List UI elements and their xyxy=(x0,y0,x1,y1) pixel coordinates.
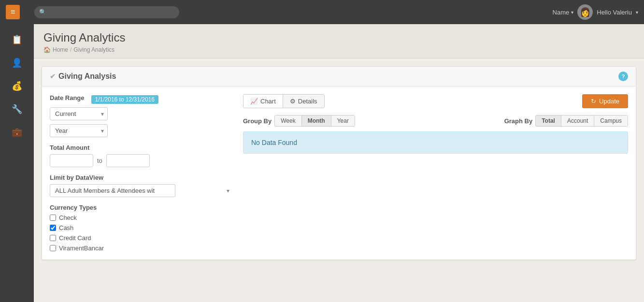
date-range-badge: 1/1/2016 to 12/31/2016 xyxy=(91,95,158,104)
settings-icon: 🔧 xyxy=(12,104,22,115)
card-header: ✔ Giving Analysis ? xyxy=(42,67,636,86)
amount-from-input[interactable] xyxy=(50,154,93,167)
currency-checkbox-group: Check Cash Credit Card ViramentBanc xyxy=(50,214,233,252)
graph-account-button[interactable]: Account xyxy=(561,115,594,126)
top-toolbar: 📈 Chart ⚙ Details ↻ Update xyxy=(243,94,628,108)
avatar-icon: 👩 xyxy=(580,7,590,17)
cash-label: Cash xyxy=(59,224,73,231)
graph-campus-button[interactable]: Campus xyxy=(594,115,628,126)
date-range-label: Date Range xyxy=(50,94,85,101)
finance-icon: 💰 xyxy=(12,81,22,91)
currency-virement-row[interactable]: ViramentBancar xyxy=(50,244,233,252)
card-title-text: Giving Analysis xyxy=(58,72,116,81)
navbar: ≡ Name ▾ 👩 Hello Valeriu ▾ xyxy=(0,0,644,24)
date-range-row: Date Range 1/1/2016 to 12/31/2016 xyxy=(50,94,233,104)
check-icon: ✔ xyxy=(50,72,56,80)
name-dropdown[interactable]: Name ▾ xyxy=(553,9,574,16)
page-title: Giving Analytics xyxy=(43,31,634,44)
limit-dataview-label: Limit by DataView xyxy=(50,174,233,181)
person-icon: 👤 xyxy=(12,58,22,68)
name-label: Name xyxy=(553,9,570,16)
sidebar-item-notes[interactable]: 📋 xyxy=(5,29,29,50)
breadcrumb: 🏠 Home / Giving Analytics xyxy=(43,46,634,53)
breadcrumb-home-link[interactable]: Home xyxy=(53,46,68,53)
update-label: Update xyxy=(599,98,619,105)
right-panel: 📈 Chart ⚙ Details ↻ Update xyxy=(243,94,628,252)
left-panel: Date Range 1/1/2016 to 12/31/2016 Curren… xyxy=(50,94,233,252)
giving-analysis-card: ✔ Giving Analysis ? Date Range 1/1/2016 … xyxy=(42,66,636,260)
update-icon: ↻ xyxy=(591,98,596,105)
page-header: Giving Analytics 🏠 Home / Giving Analyti… xyxy=(34,24,644,58)
currency-credit-row[interactable]: Credit Card xyxy=(50,234,233,242)
period-select[interactable]: Current Previous Date Range xyxy=(50,107,108,120)
menu-toggle-button[interactable]: ≡ xyxy=(6,5,20,19)
sidebar-item-person[interactable]: 👤 xyxy=(5,52,29,73)
credit-card-checkbox[interactable] xyxy=(50,235,56,241)
group-by-btn-group: Week Month Year xyxy=(274,115,355,127)
card-body: Date Range 1/1/2016 to 12/31/2016 Curren… xyxy=(42,86,636,259)
group-by-section: Group By Week Month Year xyxy=(243,115,355,127)
search-bar xyxy=(34,6,324,18)
chart-tab-button[interactable]: 📈 Chart xyxy=(243,95,283,108)
group-year-button[interactable]: Year xyxy=(331,115,355,126)
no-data-message: No Data Found xyxy=(251,139,297,146)
card-title: ✔ Giving Analysis xyxy=(50,72,116,81)
user-chevron-icon: ▾ xyxy=(636,10,638,15)
navbar-right: Name ▾ 👩 Hello Valeriu ▾ xyxy=(553,4,638,20)
group-month-button[interactable]: Month xyxy=(302,115,331,126)
check-checkbox[interactable] xyxy=(50,215,56,221)
currency-types-label: Currency Types xyxy=(50,204,233,211)
sidebar-item-settings[interactable]: 🔧 xyxy=(5,99,29,120)
update-button[interactable]: ↻ Update xyxy=(582,94,628,108)
group-by-label: Group By xyxy=(243,117,272,125)
check-label: Check xyxy=(59,214,77,221)
group-week-button[interactable]: Week xyxy=(275,115,301,126)
details-tab-label: Details xyxy=(298,98,317,105)
amount-row: to xyxy=(50,154,233,167)
breadcrumb-separator: / xyxy=(70,46,72,53)
briefcase-icon: 💼 xyxy=(12,127,22,138)
virement-checkbox[interactable] xyxy=(50,245,56,251)
total-amount-label: Total Amount xyxy=(50,144,233,151)
credit-card-label: Credit Card xyxy=(59,234,91,242)
notes-icon: 📋 xyxy=(12,34,22,45)
to-label: to xyxy=(97,157,102,164)
details-tab-button[interactable]: ⚙ Details xyxy=(283,95,324,108)
view-tab-group: 📈 Chart ⚙ Details xyxy=(243,94,325,108)
details-tab-icon: ⚙ xyxy=(290,98,296,105)
home-icon: 🏠 xyxy=(43,46,51,53)
hello-user-label: Hello Valeriu xyxy=(597,9,632,16)
virement-label: ViramentBancar xyxy=(59,244,104,252)
unit-select-wrap: Year Month Week Quarter xyxy=(50,124,108,137)
sidebar: 📋 👤 💰 🔧 💼 xyxy=(0,24,34,302)
graph-by-btn-group: Total Account Campus xyxy=(535,115,628,127)
search-input[interactable] xyxy=(34,6,179,18)
period-select-wrap: Current Previous Date Range xyxy=(50,107,108,120)
graph-by-label: Graph By xyxy=(504,117,533,125)
avatar[interactable]: 👩 xyxy=(577,4,593,20)
layout: 📋 👤 💰 🔧 💼 Giving Analytics 🏠 Home / Givi… xyxy=(0,24,644,302)
sidebar-item-briefcase[interactable]: 💼 xyxy=(5,122,29,143)
currency-cash-row[interactable]: Cash xyxy=(50,224,233,231)
breadcrumb-current: Giving Analytics xyxy=(73,46,114,53)
chart-tab-label: Chart xyxy=(260,98,276,105)
help-icon[interactable]: ? xyxy=(618,72,628,81)
dataview-select[interactable]: ALL Adult Members & Attendees wit xyxy=(50,184,175,197)
graph-by-section: Graph By Total Account Campus xyxy=(504,115,628,127)
graph-total-button[interactable]: Total xyxy=(536,115,561,126)
cash-checkbox[interactable] xyxy=(50,225,56,231)
currency-check-row[interactable]: Check xyxy=(50,214,233,221)
group-graph-row: Group By Week Month Year Graph By Total xyxy=(243,115,628,127)
main-content: Giving Analytics 🏠 Home / Giving Analyti… xyxy=(34,24,644,302)
name-chevron-icon: ▾ xyxy=(571,10,573,15)
unit-select[interactable]: Year Month Week Quarter xyxy=(50,124,108,137)
sidebar-item-finance[interactable]: 💰 xyxy=(5,75,29,97)
dataview-select-wrap: ALL Adult Members & Attendees wit xyxy=(50,184,233,197)
chart-tab-icon: 📈 xyxy=(250,98,258,105)
amount-to-input[interactable] xyxy=(106,154,150,167)
no-data-box: No Data Found xyxy=(243,131,628,154)
